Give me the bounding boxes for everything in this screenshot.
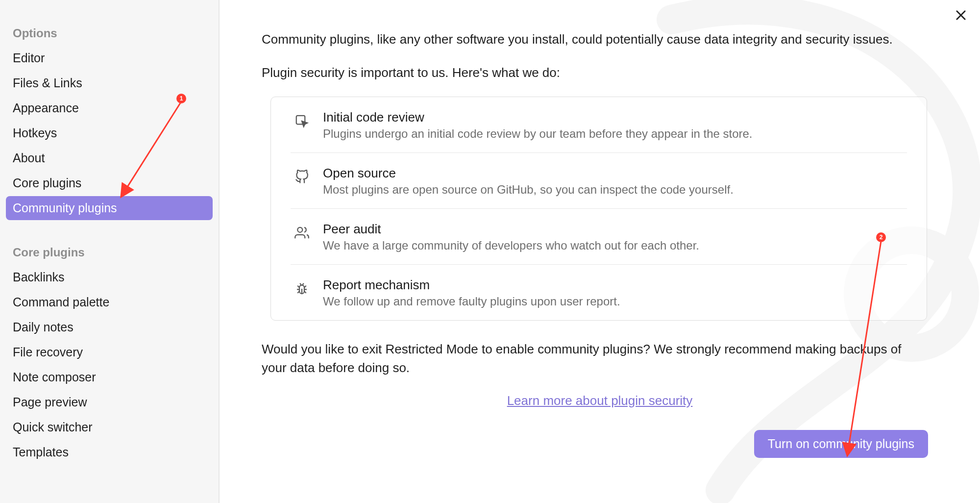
- security-item-desc: Plugins undergo an initial code review b…: [323, 127, 904, 141]
- sidebar-section-core-plugins: Core plugins: [6, 241, 213, 265]
- exit-restricted-paragraph: Would you like to exit Restricted Mode t…: [262, 340, 923, 377]
- cursor-square-icon: [294, 113, 310, 129]
- sidebar-item-page-preview[interactable]: Page preview: [6, 390, 213, 414]
- bug-icon: [294, 280, 310, 297]
- security-item-title: Report mechanism: [323, 277, 904, 293]
- turn-on-community-plugins-button[interactable]: Turn on community plugins: [754, 430, 928, 458]
- close-button[interactable]: [953, 7, 969, 24]
- settings-sidebar: Options Editor Files & Links Appearance …: [0, 0, 220, 503]
- learn-more-link[interactable]: Learn more about plugin security: [271, 393, 928, 408]
- sidebar-item-core-plugins[interactable]: Core plugins: [6, 171, 213, 195]
- intro-paragraph-1: Community plugins, like any other softwa…: [262, 30, 923, 49]
- sidebar-item-appearance[interactable]: Appearance: [6, 96, 213, 120]
- sidebar-item-command-palette[interactable]: Command palette: [6, 290, 213, 314]
- settings-main-panel: Community plugins, like any other softwa…: [220, 0, 980, 503]
- security-item-desc: We have a large community of developers …: [323, 239, 904, 252]
- sidebar-item-templates[interactable]: Templates: [6, 440, 213, 464]
- github-icon: [294, 169, 310, 185]
- sidebar-item-community-plugins[interactable]: Community plugins: [6, 196, 213, 220]
- security-item-code-review: Initial code review Plugins undergo an i…: [291, 97, 907, 153]
- sidebar-item-editor[interactable]: Editor: [6, 46, 213, 70]
- sidebar-item-hotkeys[interactable]: Hotkeys: [6, 121, 213, 145]
- sidebar-item-quick-switcher[interactable]: Quick switcher: [6, 415, 213, 439]
- sidebar-item-note-composer[interactable]: Note composer: [6, 365, 213, 389]
- security-item-title: Open source: [323, 166, 904, 181]
- sidebar-item-backlinks[interactable]: Backlinks: [6, 265, 213, 289]
- security-item-peer-audit: Peer audit We have a large community of …: [291, 209, 907, 265]
- sidebar-item-daily-notes[interactable]: Daily notes: [6, 315, 213, 339]
- security-item-title: Peer audit: [323, 222, 904, 237]
- security-item-report: Report mechanism We follow up and remove…: [291, 265, 907, 320]
- security-info-box: Initial code review Plugins undergo an i…: [270, 97, 927, 321]
- users-icon: [294, 225, 310, 241]
- sidebar-item-files-links[interactable]: Files & Links: [6, 71, 213, 95]
- sidebar-section-options: Options: [6, 22, 213, 46]
- security-item-desc: We follow up and remove faulty plugins u…: [323, 295, 904, 308]
- intro-paragraph-2: Plugin security is important to us. Here…: [262, 64, 923, 82]
- svg-point-4: [297, 227, 302, 232]
- security-item-desc: Most plugins are open source on GitHub, …: [323, 183, 904, 197]
- security-item-title: Initial code review: [323, 110, 904, 125]
- sidebar-item-about[interactable]: About: [6, 146, 213, 170]
- security-item-open-source: Open source Most plugins are open source…: [291, 153, 907, 209]
- sidebar-item-file-recovery[interactable]: File recovery: [6, 340, 213, 364]
